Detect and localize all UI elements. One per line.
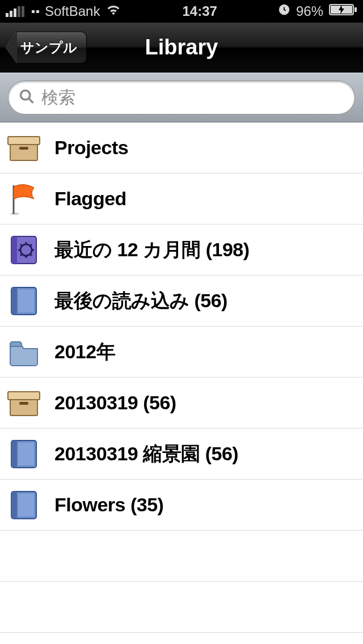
navigation-bar: サンプル Library bbox=[0, 23, 363, 73]
box-icon bbox=[7, 386, 41, 420]
list-item-label: 2012年 bbox=[54, 339, 115, 365]
book-icon bbox=[7, 284, 41, 318]
status-time: 14:37 bbox=[182, 3, 217, 19]
svg-rect-3 bbox=[354, 7, 357, 12]
svg-rect-27 bbox=[19, 402, 28, 405]
svg-line-21 bbox=[20, 254, 22, 256]
box-icon bbox=[7, 131, 41, 165]
list-item[interactable]: 2012年 bbox=[0, 327, 363, 378]
empty-row bbox=[0, 531, 363, 582]
battery-percent: 96% bbox=[296, 3, 323, 19]
gear-book-icon bbox=[7, 233, 41, 267]
svg-point-10 bbox=[10, 213, 19, 215]
search-icon bbox=[19, 88, 35, 107]
list-item[interactable]: Flowers (35) bbox=[0, 480, 363, 531]
svg-rect-33 bbox=[18, 494, 34, 516]
status-left: SoftBank bbox=[6, 3, 121, 19]
list-item-label: Projects bbox=[54, 137, 128, 159]
svg-rect-24 bbox=[18, 290, 34, 312]
book-icon bbox=[7, 437, 41, 471]
folder-icon bbox=[7, 335, 41, 369]
signal-strength-icon bbox=[6, 6, 24, 17]
svg-rect-29 bbox=[11, 440, 17, 468]
signal-dots-icon bbox=[32, 10, 39, 13]
svg-rect-6 bbox=[10, 143, 37, 160]
list-item[interactable]: 最近の 12 カ月間 (198) bbox=[0, 224, 363, 276]
list-item-label: 20130319 縮景園 (56) bbox=[54, 441, 238, 467]
list-item-label: Flagged bbox=[54, 188, 126, 210]
svg-rect-7 bbox=[8, 137, 40, 145]
search-bar bbox=[0, 73, 363, 122]
list-item[interactable]: Flagged bbox=[0, 173, 363, 224]
empty-row bbox=[0, 582, 363, 633]
svg-rect-23 bbox=[11, 287, 17, 315]
status-right: 96% bbox=[278, 3, 357, 19]
svg-rect-32 bbox=[11, 492, 17, 519]
list-item[interactable]: Projects bbox=[0, 122, 363, 173]
search-field[interactable] bbox=[8, 80, 355, 115]
list-item-label: 最後の読み込み (56) bbox=[54, 288, 227, 314]
list-item[interactable]: 20130319 縮景園 (56) bbox=[0, 429, 363, 480]
svg-rect-8 bbox=[19, 147, 28, 150]
list-item-label: Flowers (35) bbox=[54, 494, 163, 516]
library-list: Projects Flagged bbox=[0, 122, 363, 633]
svg-rect-26 bbox=[8, 392, 40, 400]
svg-line-20 bbox=[30, 244, 32, 246]
svg-line-19 bbox=[30, 254, 32, 256]
list-item-label: 最近の 12 カ月間 (198) bbox=[54, 237, 250, 263]
status-bar: SoftBank 14:37 96% bbox=[0, 0, 363, 23]
svg-line-18 bbox=[20, 244, 22, 246]
clock-icon bbox=[278, 3, 290, 19]
wifi-icon bbox=[105, 3, 121, 19]
svg-rect-30 bbox=[18, 443, 34, 465]
svg-line-5 bbox=[29, 99, 33, 103]
carrier-label: SoftBank bbox=[45, 3, 100, 19]
search-input[interactable] bbox=[41, 88, 344, 107]
list-item[interactable]: 最後の読み込み (56) bbox=[0, 276, 363, 327]
back-button[interactable]: サンプル bbox=[6, 32, 87, 63]
battery-charging-icon bbox=[329, 3, 357, 19]
back-button-label: サンプル bbox=[20, 39, 77, 57]
book-icon bbox=[7, 488, 41, 522]
svg-rect-25 bbox=[10, 399, 37, 416]
list-item-label: 20130319 (56) bbox=[54, 392, 176, 414]
svg-rect-12 bbox=[11, 236, 17, 264]
flag-icon bbox=[7, 182, 41, 216]
list-item[interactable]: 20130319 (56) bbox=[0, 378, 363, 429]
